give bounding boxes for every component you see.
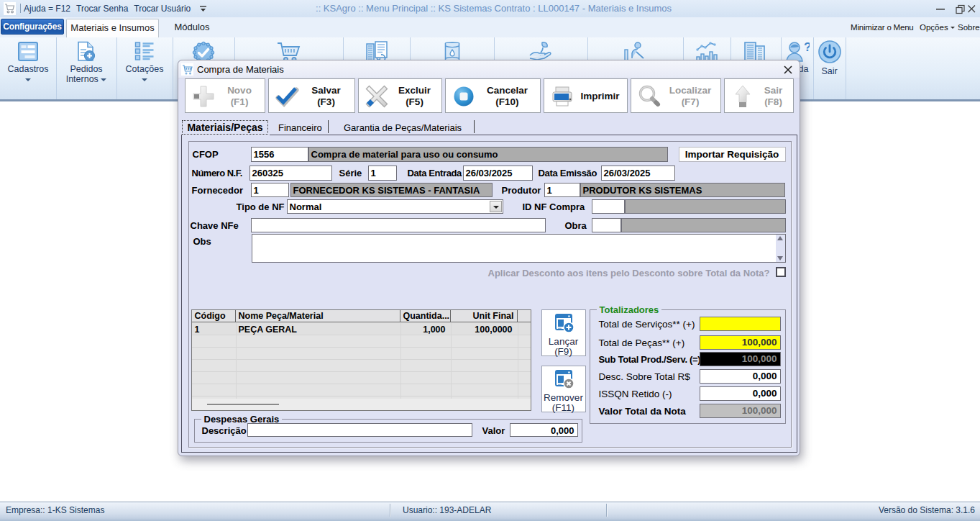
svg-text:?: ? — [804, 41, 810, 54]
